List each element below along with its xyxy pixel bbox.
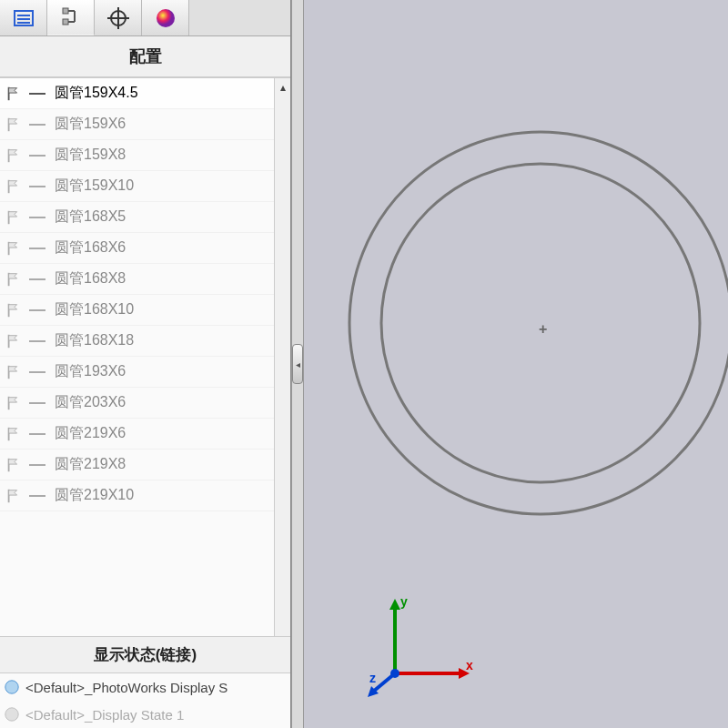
config-label: 圆管219X10 — [55, 486, 134, 505]
config-flag-icon — [5, 302, 22, 318]
dash-icon — [29, 340, 46, 342]
svg-marker-34 — [389, 599, 400, 610]
tab-configurations[interactable] — [47, 0, 95, 35]
display-states-list: <Default>_PhotoWorks Display S <Default>… — [0, 673, 290, 728]
config-item[interactable]: 圆管219X6 — [0, 419, 290, 450]
display-states-header: 显示状态(链接) — [0, 636, 290, 673]
config-label: 圆管203X6 — [55, 393, 126, 412]
config-label: 圆管168X8 — [55, 269, 126, 288]
config-flag-icon — [5, 488, 22, 504]
svg-rect-5 — [63, 19, 68, 25]
config-flag-icon — [5, 271, 22, 288]
svg-point-28 — [5, 708, 18, 721]
dash-icon — [29, 495, 46, 497]
config-flag-icon — [5, 457, 22, 473]
config-item[interactable]: 圆管159X10 — [0, 171, 290, 202]
config-item[interactable]: 圆管168X6 — [0, 233, 290, 264]
triad-x-label: x — [466, 658, 473, 672]
svg-point-37 — [390, 669, 399, 678]
config-item[interactable]: 圆管219X10 — [0, 480, 290, 511]
config-label: 圆管168X6 — [55, 238, 126, 258]
config-flag-icon — [5, 209, 22, 226]
config-item[interactable]: 圆管159X6 — [0, 109, 290, 140]
config-label: 圆管168X18 — [55, 331, 134, 350]
config-item[interactable]: 圆管159X4.5 — [0, 78, 290, 109]
triad-y-label: y — [400, 594, 408, 609]
splitter-grip-icon: ◂ — [292, 344, 303, 384]
list-icon — [13, 7, 35, 29]
svg-point-12 — [157, 9, 175, 27]
display-state-item[interactable]: <Default>_PhotoWorks Display S — [0, 673, 290, 701]
display-state-item[interactable]: <Default>_Display State 1 — [0, 701, 290, 728]
svg-rect-4 — [63, 8, 68, 14]
config-label: 圆管168X10 — [55, 300, 134, 319]
crosshair-icon — [107, 7, 129, 29]
app-root: 配置 圆管159X4.5 圆管159X6 圆管159X8 圆管159X10 — [0, 0, 728, 728]
config-flag-icon — [5, 147, 22, 164]
config-flag-icon — [5, 395, 22, 411]
config-label: 圆管219X8 — [55, 455, 126, 474]
dash-icon — [29, 371, 46, 373]
scroll-up-icon[interactable]: ▴ — [275, 78, 290, 96]
config-item[interactable]: 圆管168X5 — [0, 202, 290, 233]
config-flag-icon — [5, 86, 22, 102]
dash-icon — [29, 217, 46, 218]
config-item[interactable]: 圆管159X8 — [0, 140, 290, 171]
config-label: 圆管193X6 — [55, 362, 126, 381]
config-flag-icon — [5, 178, 22, 195]
config-label: 圆管168X5 — [55, 207, 126, 227]
config-item[interactable]: 圆管168X8 — [0, 264, 290, 295]
dash-icon — [29, 433, 46, 435]
sphere-small-icon — [4, 706, 20, 723]
config-flag-icon — [5, 426, 22, 442]
dash-icon — [29, 93, 46, 95]
scrollbar[interactable]: ▴ — [274, 78, 290, 636]
sphere-icon — [155, 7, 177, 29]
config-flag-icon — [5, 364, 22, 380]
dash-icon — [29, 186, 46, 187]
config-label: 圆管159X4.5 — [55, 84, 138, 103]
config-label: 圆管159X6 — [55, 115, 126, 134]
config-flag-icon — [5, 240, 22, 257]
dash-icon — [29, 124, 46, 126]
sphere-small-icon — [4, 679, 20, 695]
config-item[interactable]: 圆管219X8 — [0, 450, 290, 480]
config-item[interactable]: 圆管168X10 — [0, 295, 290, 326]
display-state-label: <Default>_Display State 1 — [25, 707, 184, 723]
dash-icon — [29, 309, 46, 311]
dash-icon — [29, 155, 46, 157]
config-label: 圆管219X6 — [55, 424, 126, 443]
graphics-viewport[interactable]: + x y z — [304, 0, 728, 728]
origin-marker-icon: + — [539, 321, 547, 338]
dash-icon — [29, 278, 46, 280]
side-panel: 配置 圆管159X4.5 圆管159X6 圆管159X8 圆管159X10 — [0, 0, 291, 728]
config-item[interactable]: 圆管168X18 — [0, 326, 290, 357]
configs-header: 配置 — [0, 36, 290, 77]
triad-z-label: z — [369, 671, 376, 685]
config-flag-icon — [5, 333, 22, 349]
config-flag-icon — [5, 116, 22, 133]
panel-splitter[interactable]: ◂ — [291, 0, 304, 728]
dash-icon — [29, 464, 46, 466]
dash-icon — [29, 248, 46, 249]
tab-feature-tree[interactable] — [0, 0, 47, 35]
config-item[interactable]: 圆管193X6 — [0, 357, 290, 388]
dash-icon — [29, 402, 46, 404]
display-state-label: <Default>_PhotoWorks Display S — [25, 680, 228, 695]
config-tree[interactable]: 圆管159X4.5 圆管159X6 圆管159X8 圆管159X10 圆管168 — [0, 77, 290, 636]
svg-point-27 — [5, 681, 18, 693]
tab-appearance[interactable] — [142, 0, 189, 35]
panel-tabstrip — [0, 0, 290, 36]
pipe-section-drawing — [345, 109, 728, 537]
config-label: 圆管159X8 — [55, 146, 126, 165]
config-label: 圆管159X10 — [55, 177, 134, 196]
tab-dimxpert[interactable] — [95, 0, 142, 35]
config-tree-icon — [60, 6, 82, 28]
view-triad[interactable]: x y z — [368, 592, 477, 701]
config-item[interactable]: 圆管203X6 — [0, 388, 290, 419]
